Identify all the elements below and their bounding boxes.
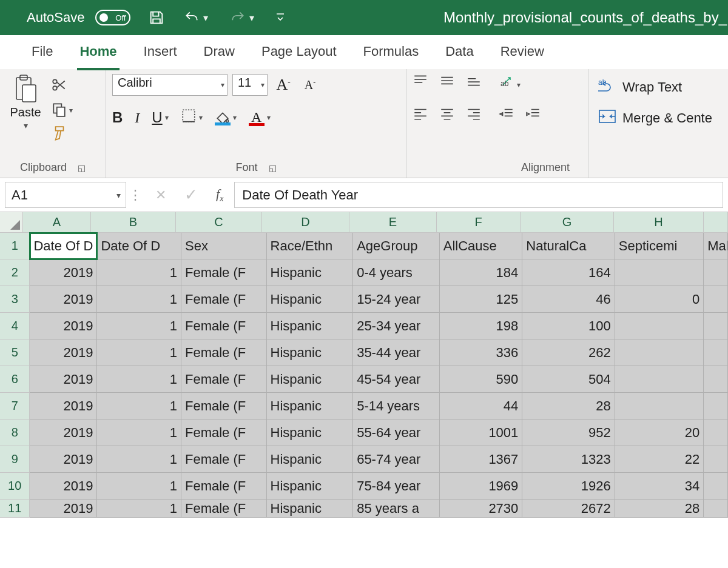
column-header[interactable]: G [521,212,614,233]
chevron-down-icon[interactable]: ▾ [165,113,169,122]
cell[interactable] [704,286,728,313]
cell[interactable] [704,473,728,500]
cell[interactable]: 2019 [30,286,97,313]
column-headers[interactable]: ABCDEFGH [23,212,728,233]
chevron-down-icon[interactable]: ▾ [221,81,224,89]
bold-button[interactable]: B [112,109,123,126]
cell[interactable] [704,339,728,366]
cell[interactable]: Hispanic [267,500,354,518]
cell[interactable]: Female (F [181,366,267,393]
cell[interactable]: 1001 [440,419,523,446]
font-dialog-launcher-icon[interactable]: ◱ [269,163,277,173]
cancel-formula-button[interactable]: ✕ [155,187,166,203]
cell[interactable]: Female (F [181,286,267,313]
cell[interactable]: AllCause [440,233,523,259]
cell[interactable]: 20 [615,419,704,446]
cell[interactable] [615,393,704,419]
cell[interactable]: Hispanic [267,446,354,473]
cell[interactable]: Hispanic [267,366,354,393]
cell[interactable]: 55-64 year [353,419,440,446]
cell[interactable]: Race/Ethn [267,233,354,259]
cell[interactable]: Mal [704,233,728,259]
chevron-down-icon[interactable]: ▾ [261,81,265,89]
cell[interactable]: 22 [615,446,704,473]
cell[interactable]: 45-54 year [353,366,440,393]
cell[interactable]: 34 [615,473,704,500]
cell[interactable]: Date Of D [97,233,181,259]
decrease-font-button[interactable]: Aˇ [299,75,321,95]
cell[interactable] [704,366,728,393]
clipboard-dialog-launcher-icon[interactable]: ◱ [78,163,86,173]
cell[interactable]: 1 [97,419,181,446]
cell[interactable]: 1367 [440,446,523,473]
tab-home[interactable]: Home [66,38,130,69]
cell[interactable]: Hispanic [267,419,354,446]
cell[interactable]: 2730 [440,500,523,518]
cell[interactable]: Hispanic [267,259,354,286]
tab-review[interactable]: Review [487,38,558,69]
cell[interactable]: 1 [97,339,181,366]
cell[interactable]: 1 [97,473,181,500]
cell[interactable] [704,419,728,446]
cell[interactable]: Female (F [181,446,267,473]
cell[interactable]: 504 [522,366,615,393]
cell[interactable]: 2019 [30,259,97,286]
qat-customize-icon[interactable] [275,8,286,27]
cell[interactable]: Hispanic [267,286,354,313]
redo-dropdown-icon[interactable]: ▾ [249,12,258,24]
align-left-button[interactable] [413,107,428,122]
tab-data[interactable]: Data [432,38,487,69]
tab-file[interactable]: File [18,38,66,69]
fill-color-button[interactable]: ▾ [215,110,237,125]
cell[interactable]: Female (F [181,259,267,286]
cell[interactable]: 125 [440,286,523,313]
column-header[interactable]: C [176,212,262,233]
cell[interactable]: Date Of D [30,233,97,259]
cell[interactable]: Hispanic [267,473,354,500]
cell[interactable]: 2019 [30,339,97,366]
tab-draw[interactable]: Draw [190,38,248,69]
cell[interactable]: 2019 [30,500,97,518]
cell[interactable]: Sex [181,233,267,259]
paste-button[interactable]: Paste ▾ [6,74,45,130]
cell[interactable] [615,339,704,366]
increase-font-button[interactable]: Aˆ [272,75,294,95]
cell[interactable] [704,313,728,339]
row-header[interactable]: 9 [0,446,30,473]
cell[interactable]: Hispanic [267,393,354,419]
cell[interactable]: 184 [440,259,523,286]
merge-center-button[interactable]: Merge & Cente [598,109,712,127]
cell[interactable]: 2019 [30,366,97,393]
tab-insert[interactable]: Insert [130,38,190,69]
formula-input[interactable]: Date Of Death Year [234,182,723,208]
font-name-combo[interactable]: Calibri ▾ [112,74,228,96]
chevron-down-icon[interactable]: ▾ [116,190,121,200]
cell[interactable]: 2019 [30,393,97,419]
row-header[interactable]: 4 [0,313,30,339]
cell[interactable]: 2672 [522,500,615,518]
cell[interactable]: 28 [615,500,704,518]
borders-button[interactable]: ▾ [181,108,203,127]
cell[interactable]: 2019 [30,313,97,339]
name-box[interactable]: A1 ▾ [5,182,126,208]
cell[interactable]: 1 [97,286,181,313]
cell[interactable]: 2019 [30,473,97,500]
chevron-down-icon[interactable]: ▾ [233,113,237,122]
cell[interactable]: 1926 [522,473,615,500]
cell[interactable]: Female (F [181,313,267,339]
cell[interactable]: Septicemi [615,233,704,259]
cell[interactable]: 85 years a [353,500,440,518]
cell[interactable]: 1 [97,500,181,518]
align-right-button[interactable] [466,107,482,122]
font-size-combo[interactable]: 11 ▾ [232,74,268,96]
row-header[interactable]: 5 [0,339,30,366]
cell[interactable]: Female (F [181,339,267,366]
format-painter-button[interactable] [51,125,73,145]
row-header[interactable]: 7 [0,393,30,419]
row-header[interactable]: 6 [0,366,30,393]
cell[interactable] [615,366,704,393]
row-header[interactable]: 1 [0,233,30,259]
redo-icon[interactable] [229,8,247,27]
save-icon[interactable] [147,8,166,27]
insert-function-button[interactable]: fx [216,186,223,204]
